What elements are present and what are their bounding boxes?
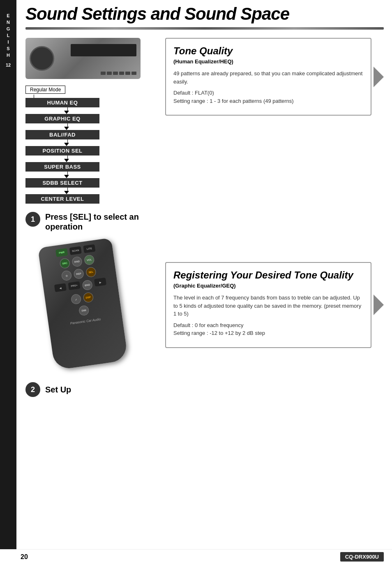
geq-wrapper: Registering Your Desired Tone Quality (G… [165,262,371,348]
remote-prog-btn[interactable]: PRG+ [68,281,80,290]
remote-rand-btn[interactable]: RND [71,256,83,267]
arrow-down [64,191,69,194]
arrow-down [64,175,69,178]
step-2-text: Set Up [45,385,71,395]
tone-quality-para2: Default : FLAT(0)Setting range : 1 - 3 f… [173,89,363,105]
arrow-line [67,172,68,175]
geq-subtitle: (Graphic Equalizer/GEQ) [173,283,363,289]
geq-title: Registering Your Desired Tone Quality [173,269,363,281]
two-column-layout: Regular Mode HUMAN EQ GRAPHIC EQ [25,38,384,397]
sidebar-section-number: 12 [6,63,11,67]
step-2-section: 2 Set Up [25,382,157,397]
sidebar: E N G L I S H 12 [0,0,16,551]
remote-scan-btn[interactable]: SCAN [69,246,82,255]
arrow-line [67,188,68,191]
menu-flow: Regular Mode HUMAN EQ GRAPHIC EQ [25,86,157,204]
tone-quality-para1: 49 patterns are already prepared, so tha… [173,70,363,86]
tone-quality-subtitle: (Human Equalizer/HEQ) [173,58,363,65]
step-1-text: Press [SEL] to select an operation [45,212,157,232]
right-column: Tone Quality (Human Equalizer/HEQ) 49 pa… [165,38,384,397]
remote-source-btn[interactable]: SRC [59,258,70,269]
geq-para2: Default : 0 for each frequencySetting ra… [173,321,363,337]
remote-sel-btn[interactable]: SEL [85,267,97,278]
step-2-circle: 2 [25,382,40,397]
menu-item-bal-fad: BAL//FAD [25,130,99,139]
remote-rep-btn[interactable]: REP [73,268,84,279]
geq-arrow [374,295,384,315]
tone-quality-title: Tone Quality [173,45,363,57]
step-1-circle: 1 [25,212,40,227]
remote-pwr-btn[interactable]: PWR [55,248,68,257]
remote-disp-btn[interactable]: DSP [83,292,94,303]
arrow-down [64,127,69,130]
remote-center-btn[interactable]: ⊙ [61,270,72,281]
arrow-line [67,107,68,111]
tone-quality-arrow [374,67,384,87]
remote-band-btn[interactable]: BND [82,280,93,291]
remote-spacer [165,122,384,262]
tone-quality-box: Tone Quality (Human Equalizer/HEQ) 49 pa… [165,38,371,116]
page-title: Sound Settings and Sound Space [25,4,384,24]
sidebar-language-label: E N G L I S H [7,12,10,58]
menu-item-graphic-eq: GRAPHIC EQ [25,114,99,123]
remote-control-image: PWR SCAN LITE SRC RND VOL ⊙ REP SEL [34,238,149,378]
remote-dimmer-btn[interactable]: DIM [78,305,90,316]
arrow-line [67,123,68,127]
menu-item-human-eq: HUMAN EQ [25,98,99,107]
menu-item-sdbb-select: SDBB SELECT [25,178,99,188]
remote-next-btn[interactable]: ▶ [94,278,106,287]
arrow-down [64,143,69,146]
remote-body: PWR SCAN LITE SRC RND VOL ⊙ REP SEL [38,238,128,370]
device-image [25,38,141,79]
bottom-bar: 20 CQ-DRX900U [0,549,392,564]
menu-item-center-level: CENTER LEVEL [25,194,99,204]
arrow-down [64,159,69,162]
device-dial [30,46,54,71]
arrow-down [64,111,69,114]
remote-brand-logo: Panasonic Car Audio [70,317,101,325]
tone-quality-wrapper: Tone Quality (Human Equalizer/HEQ) 49 pa… [165,38,371,116]
geq-para1: The level in each of 7 frequency bands f… [173,294,363,318]
regular-mode-label: Regular Mode [25,86,65,94]
geq-box: Registering Your Desired Tone Quality (G… [165,262,371,348]
menu-item-position-sel: POSITION SEL [25,146,99,156]
device-screen [71,44,136,56]
menu-item-super-bass: SUPER BASS [25,162,99,172]
title-divider [25,27,384,30]
model-badge: CQ-DRX900U [340,552,384,562]
arrow-line [67,156,68,159]
remote-prev-btn[interactable]: ◀ [54,283,67,292]
arrow-line [67,139,68,143]
page-number: 20 [21,553,28,561]
main-content: Sound Settings and Sound Space [17,0,392,405]
remote-check-btn[interactable]: ✓ [71,294,82,305]
step-1-section: 1 Press [SEL] to select an operation [25,212,157,232]
remote-lite-btn[interactable]: LITE [83,244,95,253]
device-buttons [101,72,136,75]
left-column: Regular Mode HUMAN EQ GRAPHIC EQ [25,38,157,397]
remote-vol-btn[interactable]: VOL [84,254,95,265]
